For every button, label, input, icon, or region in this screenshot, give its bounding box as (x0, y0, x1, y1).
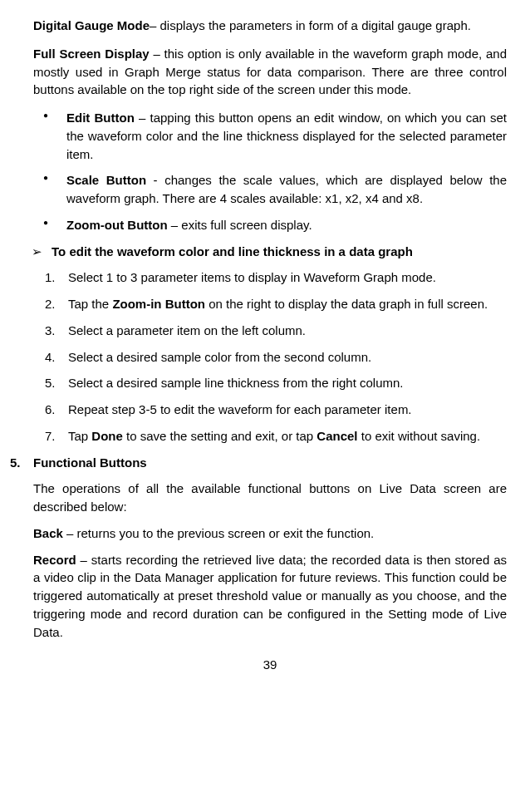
step-text: Select a desired sample line thickness f… (68, 376, 404, 390)
step-bold: Cancel (316, 429, 357, 443)
page-number: 39 (33, 656, 507, 674)
step-text: Select a desired sample color from the s… (68, 350, 371, 364)
step-text: Select a parameter item on the left colu… (68, 323, 306, 337)
bullet-list-controls: Edit Button – tapping this button opens … (33, 109, 507, 234)
paragraph-digital-gauge: Digital Gauge Mode– displays the paramet… (33, 17, 507, 35)
step-text: Tap the (68, 297, 112, 311)
procedure-heading: To edit the waveform color and line thic… (33, 243, 507, 261)
bullet-item: Edit Button – tapping this button opens … (66, 109, 507, 163)
bullet-item: Zoom-out Button – exits full screen disp… (66, 216, 507, 234)
step-text: Tap (68, 429, 91, 443)
paragraph-full-screen: Full Screen Display – this option is onl… (33, 45, 507, 99)
step-text: on the right to display the data graph i… (205, 297, 488, 311)
desc-zoomout-button: – exits full screen display. (168, 218, 312, 232)
step-item: Select 1 to 3 parameter items to display… (68, 268, 507, 287)
paragraph-back: Back – returns you to the previous scree… (33, 524, 507, 543)
section-heading: 5.Functional Buttons (33, 454, 507, 472)
procedure-title: To edit the waveform color and line thic… (52, 244, 413, 258)
step-item: Repeat step 3-5 to edit the waveform for… (68, 401, 507, 419)
desc-digital-gauge: – displays the parameters in form of a d… (150, 18, 471, 32)
numbered-steps: Select 1 to 3 parameter items to display… (33, 268, 507, 445)
term-zoomout-button: Zoom-out Button (66, 218, 168, 232)
paragraph-record: Record – starts recording the retrieved … (33, 551, 507, 642)
step-text: to save the setting and exit, or tap (123, 429, 316, 443)
step-text: Repeat step 3-5 to edit the waveform for… (68, 402, 412, 416)
term-record: Record (33, 553, 76, 567)
desc-record: – starts recording the retrieved live da… (33, 553, 507, 639)
term-scale-button: Scale Button (66, 173, 146, 187)
step-item: Tap the Zoom-in Button on the right to d… (68, 295, 507, 313)
step-item: Select a parameter item on the left colu… (68, 322, 507, 340)
term-edit-button: Edit Button (66, 111, 135, 125)
functional-buttons-intro: The operations of all the available func… (33, 480, 507, 516)
step-item: Tap Done to save the setting and exit, o… (68, 427, 507, 445)
step-text: Select 1 to 3 parameter items to display… (68, 270, 436, 284)
step-text: to exit without saving. (358, 429, 481, 443)
step-item: Select a desired sample line thickness f… (68, 374, 507, 392)
bullet-item: Scale Button - changes the scale values,… (66, 171, 507, 208)
term-full-screen: Full Screen Display (33, 47, 150, 61)
term-digital-gauge: Digital Gauge Mode (33, 18, 150, 32)
section-title-text: Functional Buttons (33, 455, 147, 470)
desc-back: – returns you to the previous screen or … (63, 526, 374, 540)
section-number: 5. (10, 454, 21, 472)
step-bold: Done (91, 429, 123, 443)
term-back: Back (33, 526, 63, 540)
step-bold: Zoom-in Button (112, 297, 205, 311)
step-item: Select a desired sample color from the s… (68, 348, 507, 367)
